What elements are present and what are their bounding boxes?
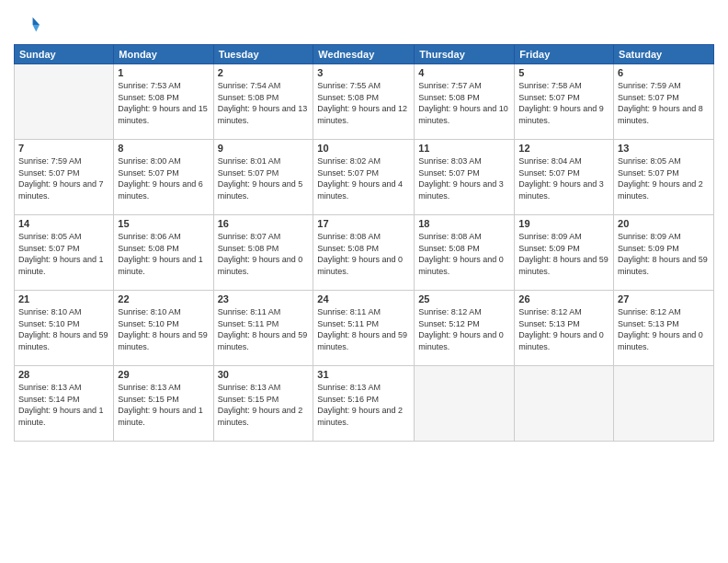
day-number: 5: [518, 67, 609, 78]
calendar-day-header: Monday: [114, 45, 213, 64]
day-info: Sunrise: 8:06 AMSunset: 5:08 PMDaylight:…: [118, 231, 209, 277]
day-info: Sunrise: 7:54 AMSunset: 5:08 PMDaylight:…: [218, 80, 310, 126]
day-number: 20: [618, 218, 710, 229]
day-number: 4: [418, 67, 510, 78]
day-info: Sunrise: 8:12 AMSunset: 5:13 PMDaylight:…: [518, 306, 609, 352]
day-info: Sunrise: 8:08 AMSunset: 5:08 PMDaylight:…: [317, 231, 410, 277]
calendar-cell: 28Sunrise: 8:13 AMSunset: 5:14 PMDayligh…: [15, 366, 114, 442]
calendar-cell: 4Sunrise: 7:57 AMSunset: 5:08 PMDaylight…: [415, 64, 515, 140]
calendar-week-row: 1Sunrise: 7:53 AMSunset: 5:08 PMDaylight…: [15, 64, 714, 140]
logo: [14, 13, 43, 39]
calendar-cell: 26Sunrise: 8:12 AMSunset: 5:13 PMDayligh…: [515, 291, 614, 366]
calendar-cell: 6Sunrise: 7:59 AMSunset: 5:07 PMDaylight…: [614, 64, 714, 140]
day-number: 3: [317, 67, 410, 78]
calendar-cell: [515, 366, 614, 442]
calendar-cell: 5Sunrise: 7:58 AMSunset: 5:07 PMDaylight…: [515, 64, 614, 140]
calendar-cell: 30Sunrise: 8:13 AMSunset: 5:15 PMDayligh…: [213, 366, 313, 442]
calendar-table: SundayMondayTuesdayWednesdayThursdayFrid…: [14, 44, 714, 442]
calendar-cell: 27Sunrise: 8:12 AMSunset: 5:13 PMDayligh…: [614, 291, 714, 366]
day-number: 9: [218, 143, 310, 154]
calendar-cell: 15Sunrise: 8:06 AMSunset: 5:08 PMDayligh…: [114, 215, 213, 291]
calendar-cell: [415, 366, 515, 442]
day-info: Sunrise: 8:09 AMSunset: 5:09 PMDaylight:…: [618, 231, 710, 277]
day-info: Sunrise: 8:08 AMSunset: 5:08 PMDaylight:…: [418, 231, 510, 277]
day-number: 27: [618, 293, 710, 304]
day-number: 2: [218, 67, 310, 78]
day-info: Sunrise: 7:53 AMSunset: 5:08 PMDaylight:…: [118, 80, 209, 126]
day-number: 8: [118, 143, 209, 154]
day-number: 16: [218, 218, 310, 229]
day-number: 6: [618, 67, 710, 78]
calendar-cell: 16Sunrise: 8:07 AMSunset: 5:08 PMDayligh…: [213, 215, 313, 291]
day-number: 10: [317, 143, 410, 154]
day-number: 30: [218, 369, 310, 380]
calendar-cell: 12Sunrise: 8:04 AMSunset: 5:07 PMDayligh…: [515, 140, 614, 215]
calendar-cell: 10Sunrise: 8:02 AMSunset: 5:07 PMDayligh…: [313, 140, 415, 215]
day-info: Sunrise: 8:12 AMSunset: 5:13 PMDaylight:…: [618, 306, 710, 352]
calendar-cell: 31Sunrise: 8:13 AMSunset: 5:16 PMDayligh…: [313, 366, 415, 442]
page: SundayMondayTuesdayWednesdayThursdayFrid…: [0, 0, 728, 563]
day-number: 15: [118, 218, 209, 229]
day-info: Sunrise: 8:11 AMSunset: 5:11 PMDaylight:…: [218, 306, 310, 352]
header: [14, 9, 714, 39]
calendar-week-row: 14Sunrise: 8:05 AMSunset: 5:07 PMDayligh…: [15, 215, 714, 291]
calendar-cell: 11Sunrise: 8:03 AMSunset: 5:07 PMDayligh…: [415, 140, 515, 215]
day-number: 13: [618, 143, 710, 154]
day-info: Sunrise: 7:58 AMSunset: 5:07 PMDaylight:…: [518, 80, 609, 126]
day-info: Sunrise: 8:13 AMSunset: 5:14 PMDaylight:…: [18, 382, 109, 428]
day-number: 26: [518, 293, 609, 304]
day-number: 11: [418, 143, 510, 154]
calendar-cell: 17Sunrise: 8:08 AMSunset: 5:08 PMDayligh…: [313, 215, 415, 291]
day-info: Sunrise: 8:07 AMSunset: 5:08 PMDaylight:…: [218, 231, 310, 277]
day-number: 19: [518, 218, 609, 229]
calendar-cell: 7Sunrise: 7:59 AMSunset: 5:07 PMDaylight…: [15, 140, 114, 215]
day-info: Sunrise: 7:57 AMSunset: 5:08 PMDaylight:…: [418, 80, 510, 126]
day-info: Sunrise: 8:13 AMSunset: 5:15 PMDaylight:…: [118, 382, 209, 428]
calendar-header-row: SundayMondayTuesdayWednesdayThursdayFrid…: [15, 45, 714, 64]
day-number: 7: [18, 143, 109, 154]
day-number: 1: [118, 67, 209, 78]
day-info: Sunrise: 8:05 AMSunset: 5:07 PMDaylight:…: [18, 231, 109, 277]
day-number: 22: [118, 293, 209, 304]
calendar-cell: 18Sunrise: 8:08 AMSunset: 5:08 PMDayligh…: [415, 215, 515, 291]
day-info: Sunrise: 8:10 AMSunset: 5:10 PMDaylight:…: [18, 306, 109, 352]
day-info: Sunrise: 7:59 AMSunset: 5:07 PMDaylight:…: [618, 80, 710, 126]
day-number: 23: [218, 293, 310, 304]
day-info: Sunrise: 8:00 AMSunset: 5:07 PMDaylight:…: [118, 155, 209, 201]
calendar-day-header: Sunday: [15, 45, 114, 64]
calendar-cell: 19Sunrise: 8:09 AMSunset: 5:09 PMDayligh…: [515, 215, 614, 291]
calendar-cell: 8Sunrise: 8:00 AMSunset: 5:07 PMDaylight…: [114, 140, 213, 215]
day-info: Sunrise: 8:13 AMSunset: 5:16 PMDaylight:…: [317, 382, 410, 428]
logo-icon: [14, 13, 40, 39]
calendar-day-header: Friday: [515, 45, 614, 64]
svg-marker-1: [33, 25, 40, 31]
day-number: 24: [317, 293, 410, 304]
calendar-cell: 14Sunrise: 8:05 AMSunset: 5:07 PMDayligh…: [15, 215, 114, 291]
calendar-day-header: Thursday: [415, 45, 515, 64]
day-info: Sunrise: 7:55 AMSunset: 5:08 PMDaylight:…: [317, 80, 410, 126]
calendar-cell: 3Sunrise: 7:55 AMSunset: 5:08 PMDaylight…: [313, 64, 415, 140]
day-number: 12: [518, 143, 609, 154]
day-info: Sunrise: 8:11 AMSunset: 5:11 PMDaylight:…: [317, 306, 410, 352]
day-info: Sunrise: 8:01 AMSunset: 5:07 PMDaylight:…: [218, 155, 310, 201]
day-number: 21: [18, 293, 109, 304]
day-info: Sunrise: 8:02 AMSunset: 5:07 PMDaylight:…: [317, 155, 410, 201]
calendar-cell: [614, 366, 714, 442]
day-number: 17: [317, 218, 410, 229]
day-info: Sunrise: 8:05 AMSunset: 5:07 PMDaylight:…: [618, 155, 710, 201]
calendar-day-header: Saturday: [614, 45, 714, 64]
day-number: 31: [317, 369, 410, 380]
day-number: 28: [18, 369, 109, 380]
calendar-week-row: 28Sunrise: 8:13 AMSunset: 5:14 PMDayligh…: [15, 366, 714, 442]
day-info: Sunrise: 8:10 AMSunset: 5:10 PMDaylight:…: [118, 306, 209, 352]
day-info: Sunrise: 8:04 AMSunset: 5:07 PMDaylight:…: [518, 155, 609, 201]
calendar-day-header: Tuesday: [213, 45, 313, 64]
day-number: 14: [18, 218, 109, 229]
calendar-week-row: 7Sunrise: 7:59 AMSunset: 5:07 PMDaylight…: [15, 140, 714, 215]
calendar-cell: 1Sunrise: 7:53 AMSunset: 5:08 PMDaylight…: [114, 64, 213, 140]
day-number: 29: [118, 369, 209, 380]
calendar-cell: 22Sunrise: 8:10 AMSunset: 5:10 PMDayligh…: [114, 291, 213, 366]
svg-marker-0: [33, 17, 40, 25]
day-number: 18: [418, 218, 510, 229]
calendar-cell: 21Sunrise: 8:10 AMSunset: 5:10 PMDayligh…: [15, 291, 114, 366]
